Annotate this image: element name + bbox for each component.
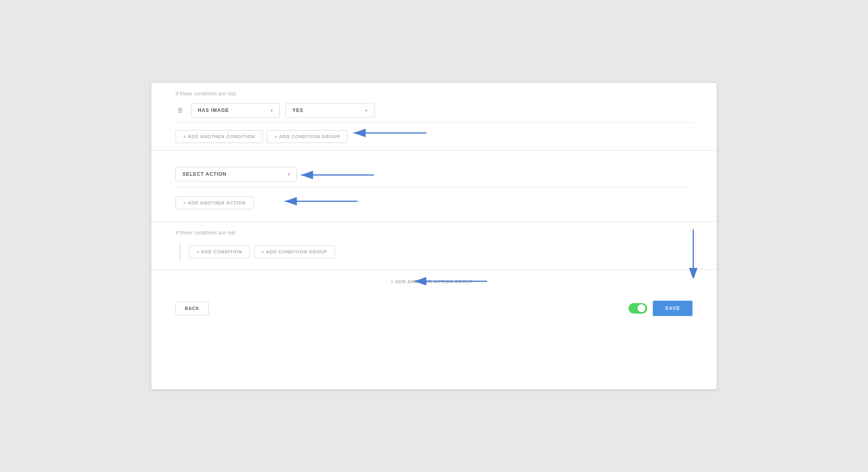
add-another-action-button[interactable]: + ADD ANOTHER ACTION	[176, 196, 254, 209]
back-button[interactable]: BACK	[176, 301, 209, 315]
add-another-action-group-arrow	[410, 275, 491, 288]
conditions2-section: If these conditions are met + ADD CONDIT…	[151, 222, 717, 270]
add-condition-group-arrow	[349, 123, 430, 143]
save-button[interactable]: SAVE	[653, 301, 692, 316]
toggle-thumb	[637, 304, 646, 312]
right-controls: SAVE	[629, 301, 692, 316]
select-action-chevron-icon: ▾	[288, 172, 290, 177]
select-action-dropdown[interactable]: SELECT ACTION ▾	[176, 167, 297, 181]
add-condition-buttons-row: + ADD ANOTHER CONDITION + ADD CONDITION …	[176, 127, 692, 146]
conditions2-add-buttons-row: + ADD CONDITION + ADD CONDITION GROUP	[189, 242, 692, 261]
select-action-label: SELECT ACTION	[182, 171, 227, 177]
add-condition-group-button-2[interactable]: + ADD CONDITION GROUP	[254, 245, 335, 258]
conditions-section: If these conditions are met 🗑 HAS IMAGE …	[151, 83, 717, 146]
delete-condition-icon[interactable]: 🗑	[176, 105, 185, 116]
action-section: SELECT ACTION ▾ + ADD ANOTHER ACTION	[151, 155, 717, 222]
bottom-bar: BACK SAVE	[151, 293, 717, 323]
conditions2-label: If these conditions are met	[176, 230, 692, 236]
yes-label: YES	[292, 107, 303, 113]
conditions-label: If these conditions are met	[176, 91, 692, 97]
select-action-arrow	[297, 169, 378, 181]
section-divider-1	[151, 150, 717, 151]
save-arrow	[687, 230, 700, 278]
toggle-track[interactable]	[629, 303, 647, 314]
add-condition-button[interactable]: + ADD CONDITION	[189, 245, 250, 258]
add-another-action-arrow	[281, 195, 362, 208]
toggle-wrapper[interactable]	[629, 303, 647, 314]
yes-chevron-icon: ▾	[365, 108, 368, 113]
add-another-action-group-row: + ADD ANOTHER ACTION GROUP	[151, 270, 717, 293]
has-image-dropdown[interactable]: HAS IMAGE ▾	[191, 103, 280, 118]
add-action-row: + ADD ANOTHER ACTION	[176, 192, 692, 213]
has-image-chevron-icon: ▾	[271, 108, 273, 113]
select-action-row: SELECT ACTION ▾	[176, 167, 692, 181]
main-container: If these conditions are met 🗑 HAS IMAGE …	[151, 82, 717, 390]
conditions2-inner: + ADD CONDITION + ADD CONDITION GROUP	[180, 242, 692, 261]
yes-dropdown[interactable]: YES ▾	[286, 103, 375, 118]
add-another-condition-button[interactable]: + ADD ANOTHER CONDITION	[176, 130, 263, 143]
action-divider	[176, 187, 692, 188]
condition-row: 🗑 HAS IMAGE ▾ YES ▾	[176, 103, 692, 118]
add-condition-group-button[interactable]: + ADD CONDITION GROUP	[267, 130, 348, 143]
has-image-label: HAS IMAGE	[198, 107, 229, 113]
condition-divider	[176, 122, 692, 123]
